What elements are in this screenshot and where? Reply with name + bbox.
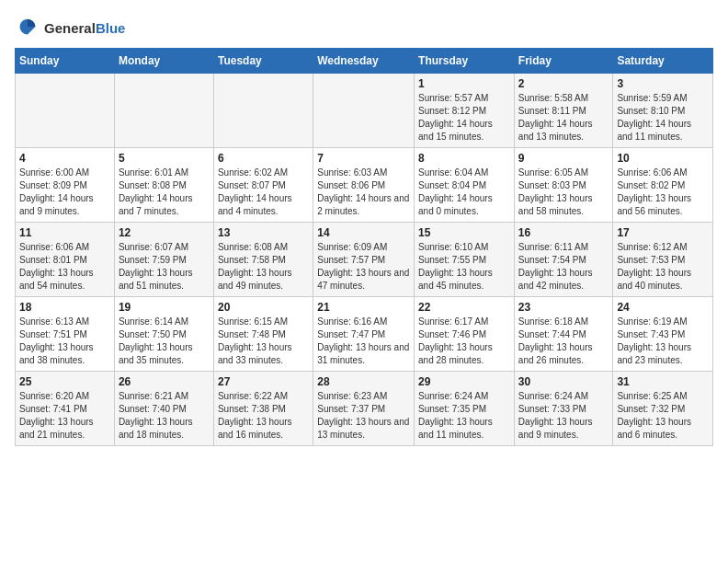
day-info: Sunrise: 5:59 AMSunset: 8:10 PMDaylight:… xyxy=(617,92,709,144)
day-number: 4 xyxy=(19,152,110,165)
calendar-cell: 9Sunrise: 6:05 AMSunset: 8:03 PMDaylight… xyxy=(514,148,613,223)
day-info: Sunrise: 6:02 AMSunset: 8:07 PMDaylight:… xyxy=(218,167,309,218)
logo: GeneralBlue xyxy=(15,15,125,40)
calendar-cell xyxy=(313,74,415,148)
calendar-cell: 25Sunrise: 6:20 AMSunset: 7:41 PMDayligh… xyxy=(16,372,115,446)
day-info: Sunrise: 6:19 AMSunset: 7:43 PMDaylight:… xyxy=(617,316,709,367)
calendar-cell xyxy=(16,74,115,148)
weekday-header-row: SundayMondayTuesdayWednesdayThursdayFrid… xyxy=(16,49,713,74)
calendar-cell: 30Sunrise: 6:24 AMSunset: 7:33 PMDayligh… xyxy=(514,372,613,446)
day-number: 8 xyxy=(418,152,510,165)
day-number: 3 xyxy=(617,77,709,90)
day-info: Sunrise: 6:00 AMSunset: 8:09 PMDaylight:… xyxy=(19,167,110,218)
calendar-cell: 3Sunrise: 5:59 AMSunset: 8:10 PMDaylight… xyxy=(613,74,713,148)
day-number: 9 xyxy=(518,152,609,165)
calendar-cell: 24Sunrise: 6:19 AMSunset: 7:43 PMDayligh… xyxy=(613,297,713,372)
day-info: Sunrise: 6:03 AMSunset: 8:06 PMDaylight:… xyxy=(317,167,410,218)
calendar-cell: 21Sunrise: 6:16 AMSunset: 7:47 PMDayligh… xyxy=(313,297,415,372)
calendar-cell: 29Sunrise: 6:24 AMSunset: 7:35 PMDayligh… xyxy=(415,372,515,446)
weekday-header-wednesday: Wednesday xyxy=(313,49,415,74)
calendar-cell xyxy=(114,74,213,148)
day-info: Sunrise: 5:58 AMSunset: 8:11 PMDaylight:… xyxy=(518,92,609,144)
day-number: 5 xyxy=(119,152,210,165)
day-info: Sunrise: 6:07 AMSunset: 7:59 PMDaylight:… xyxy=(119,241,210,293)
logo-icon xyxy=(15,15,40,40)
day-number: 16 xyxy=(518,226,609,239)
day-info: Sunrise: 6:13 AMSunset: 7:51 PMDaylight:… xyxy=(19,316,110,367)
calendar-cell: 2Sunrise: 5:58 AMSunset: 8:11 PMDaylight… xyxy=(514,74,613,148)
logo-text: GeneralBlue xyxy=(44,20,125,36)
day-info: Sunrise: 6:20 AMSunset: 7:41 PMDaylight:… xyxy=(19,390,110,442)
day-info: Sunrise: 6:01 AMSunset: 8:08 PMDaylight:… xyxy=(119,167,210,218)
week-row-2: 4Sunrise: 6:00 AMSunset: 8:09 PMDaylight… xyxy=(16,148,713,223)
day-number: 29 xyxy=(418,375,510,388)
day-number: 23 xyxy=(518,301,609,314)
week-row-3: 11Sunrise: 6:06 AMSunset: 8:01 PMDayligh… xyxy=(16,223,713,297)
calendar-cell: 8Sunrise: 6:04 AMSunset: 8:04 PMDaylight… xyxy=(415,148,515,223)
day-number: 19 xyxy=(119,301,210,314)
day-number: 2 xyxy=(518,77,609,90)
day-number: 13 xyxy=(218,226,309,239)
day-number: 28 xyxy=(317,375,410,388)
calendar-cell: 26Sunrise: 6:21 AMSunset: 7:40 PMDayligh… xyxy=(114,372,213,446)
day-number: 17 xyxy=(617,226,709,239)
calendar-cell: 17Sunrise: 6:12 AMSunset: 7:53 PMDayligh… xyxy=(613,223,713,297)
weekday-header-monday: Monday xyxy=(114,49,213,74)
day-info: Sunrise: 6:23 AMSunset: 7:37 PMDaylight:… xyxy=(317,390,410,442)
calendar-cell: 1Sunrise: 5:57 AMSunset: 8:12 PMDaylight… xyxy=(415,74,515,148)
day-number: 1 xyxy=(418,77,510,90)
day-info: Sunrise: 6:06 AMSunset: 8:01 PMDaylight:… xyxy=(19,241,110,293)
day-info: Sunrise: 6:24 AMSunset: 7:33 PMDaylight:… xyxy=(518,390,609,442)
day-info: Sunrise: 6:11 AMSunset: 7:54 PMDaylight:… xyxy=(518,241,609,293)
week-row-5: 25Sunrise: 6:20 AMSunset: 7:41 PMDayligh… xyxy=(16,372,713,446)
day-info: Sunrise: 6:17 AMSunset: 7:46 PMDaylight:… xyxy=(418,316,510,367)
day-info: Sunrise: 6:10 AMSunset: 7:55 PMDaylight:… xyxy=(418,241,510,293)
calendar-cell: 27Sunrise: 6:22 AMSunset: 7:38 PMDayligh… xyxy=(213,372,313,446)
calendar-cell: 31Sunrise: 6:25 AMSunset: 7:32 PMDayligh… xyxy=(613,372,713,446)
day-number: 11 xyxy=(19,226,110,239)
day-info: Sunrise: 6:24 AMSunset: 7:35 PMDaylight:… xyxy=(418,390,510,442)
calendar-cell: 6Sunrise: 6:02 AMSunset: 8:07 PMDaylight… xyxy=(213,148,313,223)
day-number: 21 xyxy=(317,301,410,314)
day-info: Sunrise: 6:12 AMSunset: 7:53 PMDaylight:… xyxy=(617,241,709,293)
calendar-cell: 28Sunrise: 6:23 AMSunset: 7:37 PMDayligh… xyxy=(313,372,415,446)
calendar-cell: 4Sunrise: 6:00 AMSunset: 8:09 PMDaylight… xyxy=(16,148,115,223)
day-info: Sunrise: 6:25 AMSunset: 7:32 PMDaylight:… xyxy=(617,390,709,442)
calendar-cell: 15Sunrise: 6:10 AMSunset: 7:55 PMDayligh… xyxy=(415,223,515,297)
calendar-cell: 7Sunrise: 6:03 AMSunset: 8:06 PMDaylight… xyxy=(313,148,415,223)
calendar-table: SundayMondayTuesdayWednesdayThursdayFrid… xyxy=(15,48,713,446)
day-info: Sunrise: 6:16 AMSunset: 7:47 PMDaylight:… xyxy=(317,316,410,367)
day-number: 27 xyxy=(218,375,309,388)
weekday-header-saturday: Saturday xyxy=(613,49,713,74)
calendar-cell: 19Sunrise: 6:14 AMSunset: 7:50 PMDayligh… xyxy=(114,297,213,372)
day-number: 22 xyxy=(418,301,510,314)
day-info: Sunrise: 6:06 AMSunset: 8:02 PMDaylight:… xyxy=(617,167,709,218)
weekday-header-thursday: Thursday xyxy=(415,49,515,74)
calendar-cell: 11Sunrise: 6:06 AMSunset: 8:01 PMDayligh… xyxy=(16,223,115,297)
calendar-cell: 12Sunrise: 6:07 AMSunset: 7:59 PMDayligh… xyxy=(114,223,213,297)
page-header: GeneralBlue xyxy=(15,15,713,40)
day-info: Sunrise: 6:04 AMSunset: 8:04 PMDaylight:… xyxy=(418,167,510,218)
day-number: 10 xyxy=(617,152,709,165)
day-number: 31 xyxy=(617,375,709,388)
calendar-cell: 20Sunrise: 6:15 AMSunset: 7:48 PMDayligh… xyxy=(213,297,313,372)
calendar-cell: 22Sunrise: 6:17 AMSunset: 7:46 PMDayligh… xyxy=(415,297,515,372)
day-info: Sunrise: 6:18 AMSunset: 7:44 PMDaylight:… xyxy=(518,316,609,367)
calendar-cell xyxy=(213,74,313,148)
day-number: 26 xyxy=(119,375,210,388)
weekday-header-sunday: Sunday xyxy=(16,49,115,74)
weekday-header-tuesday: Tuesday xyxy=(213,49,313,74)
calendar-cell: 14Sunrise: 6:09 AMSunset: 7:57 PMDayligh… xyxy=(313,223,415,297)
day-number: 20 xyxy=(218,301,309,314)
day-number: 6 xyxy=(218,152,309,165)
calendar-cell: 23Sunrise: 6:18 AMSunset: 7:44 PMDayligh… xyxy=(514,297,613,372)
week-row-1: 1Sunrise: 5:57 AMSunset: 8:12 PMDaylight… xyxy=(16,74,713,148)
day-info: Sunrise: 6:09 AMSunset: 7:57 PMDaylight:… xyxy=(317,241,410,293)
day-info: Sunrise: 6:15 AMSunset: 7:48 PMDaylight:… xyxy=(218,316,309,367)
calendar-cell: 5Sunrise: 6:01 AMSunset: 8:08 PMDaylight… xyxy=(114,148,213,223)
day-info: Sunrise: 6:08 AMSunset: 7:58 PMDaylight:… xyxy=(218,241,309,293)
week-row-4: 18Sunrise: 6:13 AMSunset: 7:51 PMDayligh… xyxy=(16,297,713,372)
day-info: Sunrise: 6:14 AMSunset: 7:50 PMDaylight:… xyxy=(119,316,210,367)
day-number: 30 xyxy=(518,375,609,388)
weekday-header-friday: Friday xyxy=(514,49,613,74)
